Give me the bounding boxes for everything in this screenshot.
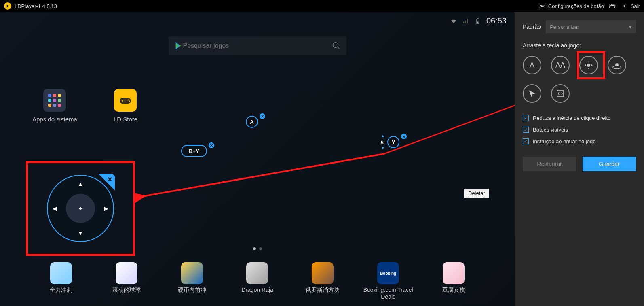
search-input[interactable] [183,42,332,49]
svg-point-28 [615,63,619,66]
save-button[interactable]: Guardar [583,157,636,171]
drag-title: Arraste a tecla ao jogo: [523,42,636,49]
dock-app-2[interactable]: 滚动的球球 [100,262,153,300]
keyboard-settings-label: Configurações de botão [548,3,604,9]
app-logo-icon [4,2,11,10]
system-apps-label: Apps do sistema [32,116,77,123]
dpad-up-icon[interactable]: ▲ [78,181,83,187]
signal-icon [462,17,469,25]
app-title: LDPlayer-1 4.0.13 [15,3,57,9]
wifi-icon [450,17,457,25]
svg-point-21 [122,100,123,102]
play-store-icon [174,41,183,50]
svg-point-26 [587,64,590,67]
check-inertia[interactable]: ✓Reduza a inércia de clique direito [523,115,636,121]
svg-rect-9 [477,21,478,23]
open-folder-button[interactable] [609,2,616,10]
checkbox-icon: ✓ [523,127,529,133]
keyboard-icon [538,2,546,10]
key-mapping-a[interactable]: A [246,116,258,128]
stepper-up-icon[interactable]: ▲ [381,134,385,138]
svg-rect-8 [477,18,478,19]
svg-rect-4 [543,5,543,6]
folder-open-icon [609,2,616,10]
svg-rect-15 [53,99,56,102]
dpad-highlight-box: ▲ ▼ ◀ ▶ ✕ [26,161,135,256]
dpad-down-icon[interactable]: ▼ [78,230,83,236]
key-by-close-icon[interactable]: ✕ [209,142,214,148]
dock-app-6[interactable]: BookingBooking.com Travel Deals [362,262,414,300]
key-config-sidebar: Padrão Personalizar ▾ Arraste a tecla ao… [515,12,644,306]
ld-store-icon[interactable]: LD Store [114,89,137,123]
mode-select[interactable]: Personalizar ▾ [546,20,636,33]
svg-rect-18 [53,104,56,107]
svg-point-22 [128,100,129,101]
keyboard-settings-button[interactable]: Configurações de botão [538,2,604,10]
joystick-icon [583,60,594,70]
moba-tool[interactable] [608,56,626,74]
dpad-right-icon[interactable]: ▶ [104,205,108,212]
titlebar: LDPlayer-1 4.0.13 Configurações de botão… [0,0,644,12]
key-mapping-y[interactable]: Y [387,136,399,148]
gamepad-icon [118,93,133,108]
svg-rect-1 [539,4,545,8]
dock-app-5[interactable]: 俄罗斯消方块 [296,262,349,300]
dpad-left-icon[interactable]: ◀ [53,205,57,212]
moba-joystick-icon [612,60,622,70]
battery-icon [474,17,481,25]
chevron-down-icon: ▾ [629,24,632,30]
svg-rect-3 [541,5,542,6]
svg-rect-2 [540,5,541,6]
key-mapping-by[interactable]: B+Y [181,145,207,157]
page-indicator [253,247,262,250]
dpad-control[interactable]: ▲ ▼ ◀ ▶ [47,175,114,242]
check-visible[interactable]: ✓Botões visíveis [523,127,636,133]
mode-label: Padrão [523,23,541,30]
svg-rect-5 [544,5,545,6]
dock-app-7[interactable]: 豆腐女孩 [427,262,480,300]
svg-rect-19 [58,104,61,107]
script-icon [556,89,565,98]
double-key-tool[interactable]: AA [551,56,570,74]
dock-app-3[interactable]: 硬币向前冲 [166,262,218,300]
svg-rect-13 [58,94,61,97]
key-tool-grid: A AA [523,56,636,103]
cursor-icon [528,89,536,98]
exit-icon [621,2,628,10]
page-dot[interactable] [259,247,262,250]
search-bar[interactable] [169,36,346,55]
svg-rect-16 [58,99,61,102]
svg-point-23 [129,101,130,102]
check-instruction[interactable]: ✓Instrução ao entrar no jogo [523,138,636,144]
svg-rect-12 [53,94,56,97]
macro-tool[interactable] [551,84,570,103]
apps-grid-icon [46,92,63,108]
dock: 全力冲刺 滚动的球球 硬币向前冲 Dragon Raja 俄罗斯消方块 Book… [0,262,515,300]
emulator-screen[interactable]: 06:53 Apps do sistema LD Store A ✕ [0,12,515,306]
svg-rect-11 [48,94,51,97]
page-dot[interactable] [253,247,256,250]
single-key-tool[interactable]: A [523,56,541,74]
stepper-down-icon[interactable]: ▼ [381,146,385,150]
key-a-close-icon[interactable]: ✕ [260,113,265,119]
aim-tool[interactable] [523,84,541,103]
clock: 06:53 [486,16,507,26]
svg-line-24 [384,85,515,154]
svg-point-10 [333,42,338,48]
checkbox-icon: ✓ [523,138,529,144]
android-statusbar: 06:53 [450,16,507,26]
dpad-tool[interactable] [579,56,598,74]
checkbox-icon: ✓ [523,115,529,121]
search-icon [332,41,341,50]
svg-rect-17 [48,104,51,107]
dpad-dot-icon [79,207,82,210]
exit-label: Sair [631,3,640,9]
dock-app-1[interactable]: 全力冲刺 [35,262,87,300]
dock-app-4[interactable]: Dragon Raja [231,262,283,300]
system-apps-icon[interactable]: Apps do sistema [32,89,77,123]
restore-button[interactable]: Restaurar [523,157,576,171]
home-apps: Apps do sistema LD Store [32,89,137,123]
exit-button[interactable]: Sair [621,2,640,10]
delete-tooltip: Deletar [464,189,489,198]
key-y-close-icon[interactable]: ✕ [401,134,407,139]
